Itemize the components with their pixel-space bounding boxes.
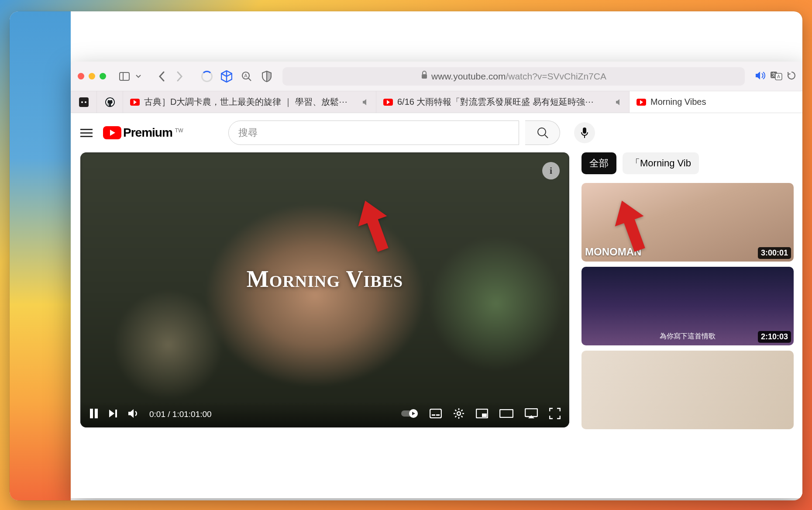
back-button[interactable] <box>154 69 170 84</box>
annotation-arrow-1 <box>354 197 394 254</box>
translate-icon[interactable]: 文A <box>770 70 782 83</box>
youtube-favicon-icon <box>383 99 393 106</box>
chip-all[interactable]: 全部 <box>581 152 616 174</box>
svg-rect-20 <box>115 410 117 417</box>
address-bar[interactable]: www.youtube.com/watch?v=SVvChiZn7CA <box>282 67 745 86</box>
search-placeholder: 搜尋 <box>238 126 258 139</box>
tab-3-active[interactable]: Morning Vibes <box>630 91 802 113</box>
search-icon <box>537 127 549 139</box>
annotation-arrow-2 <box>611 197 650 254</box>
pinned-tab-2[interactable] <box>97 91 123 113</box>
video-player[interactable]: Morning Vibes i 0:01 / 1:01:01:00 <box>80 152 569 427</box>
window-controls <box>78 73 106 79</box>
youtube-premium-logo[interactable]: Premium TW <box>103 126 183 140</box>
forward-button[interactable] <box>172 69 187 84</box>
privacy-shield-icon[interactable] <box>261 70 273 83</box>
fullscreen-button[interactable] <box>549 408 561 421</box>
related-video-2[interactable]: 為你寫下這首情歌 2:10:03 <box>581 267 794 345</box>
mic-icon <box>581 127 588 138</box>
extension-hexagon-icon[interactable] <box>220 70 233 83</box>
svg-rect-25 <box>436 414 440 416</box>
theater-mode-button[interactable] <box>499 409 513 420</box>
masthead: Premium TW 搜尋 <box>71 113 802 152</box>
logo-region: TW <box>175 128 183 134</box>
logo-text: Premium <box>123 126 172 140</box>
titlebar: A www.youtube.com/watch?v=SVvChiZn7CA 文A <box>71 62 802 91</box>
volume-button[interactable] <box>127 408 140 421</box>
chip-bar: 全部 「Morning Vib <box>581 152 794 174</box>
tab-audio-icon[interactable] <box>362 99 369 106</box>
zoom-window-button[interactable] <box>100 73 106 79</box>
chip-related[interactable]: 「Morning Vib <box>623 152 699 174</box>
audio-indicator-icon[interactable] <box>754 71 766 82</box>
loading-spinner <box>201 71 213 82</box>
svg-rect-16 <box>583 128 586 134</box>
youtube-icon <box>103 126 121 139</box>
tab-1[interactable]: 古典］D大調卡農，世上最美的旋律 ｜ 學習、放鬆⋯ <box>123 91 376 113</box>
svg-rect-0 <box>120 72 129 80</box>
svg-line-32 <box>461 416 463 417</box>
svg-text:A: A <box>777 74 781 79</box>
minimize-window-button[interactable] <box>89 73 95 79</box>
related-sidebar: 全部 「Morning Vib MONOMAN 3:00:01 為你寫下這首情歌… <box>581 152 794 429</box>
tab-2[interactable]: 6/16 大雨特報「對流雲系發展旺盛 易有短延時強⋯ <box>376 91 630 113</box>
svg-point-12 <box>85 101 86 103</box>
duration-badge: 3:00:01 <box>758 247 791 259</box>
guide-menu-button[interactable] <box>80 129 93 137</box>
svg-rect-5 <box>422 74 427 79</box>
pinned-tab-1[interactable] <box>71 91 97 113</box>
svg-text:A: A <box>244 73 248 78</box>
tab-group-dropdown[interactable] <box>134 69 143 84</box>
next-button[interactable] <box>108 409 118 420</box>
autoplay-toggle[interactable] <box>401 409 418 420</box>
svg-rect-23 <box>430 409 441 418</box>
svg-rect-10 <box>79 97 89 107</box>
sidebar-toggle-button[interactable] <box>117 69 132 84</box>
svg-point-14 <box>538 128 546 136</box>
svg-line-34 <box>455 416 457 417</box>
wallpaper <box>10 11 71 500</box>
close-window-button[interactable] <box>78 73 84 79</box>
search-input[interactable]: 搜尋 <box>228 121 519 145</box>
info-card-icon[interactable]: i <box>542 162 560 179</box>
video-overlay-title: Morning Vibes <box>247 265 403 293</box>
voice-search-button[interactable] <box>574 122 595 143</box>
pause-button[interactable] <box>89 408 99 421</box>
svg-rect-37 <box>500 410 513 417</box>
screenshot-frame: A www.youtube.com/watch?v=SVvChiZn7CA 文A <box>10 11 802 500</box>
url-text: www.youtube.com/watch?v=SVvChiZn7CA <box>431 71 606 82</box>
youtube-favicon-icon <box>130 99 140 106</box>
svg-point-26 <box>457 412 461 415</box>
safari-window: A www.youtube.com/watch?v=SVvChiZn7CA 文A <box>71 62 802 498</box>
tab-bar: 古典］D大調卡農，世上最美的旋律 ｜ 學習、放鬆⋯ 6/16 大雨特報「對流雲系… <box>71 91 802 113</box>
reload-button[interactable] <box>787 71 796 82</box>
svg-line-31 <box>455 410 457 411</box>
svg-line-3 <box>248 78 251 81</box>
remote-play-button[interactable] <box>525 408 538 421</box>
related-video-3[interactable] <box>581 351 794 429</box>
find-on-page-icon[interactable]: A <box>241 70 253 83</box>
search-button[interactable] <box>525 121 560 145</box>
svg-rect-24 <box>432 414 435 416</box>
lock-icon <box>421 71 428 82</box>
duration-badge: 2:10:03 <box>758 331 791 343</box>
player-controls: 0:01 / 1:01:01:00 <box>80 401 569 427</box>
svg-rect-19 <box>95 409 98 418</box>
tab-title: 6/16 大雨特報「對流雲系發展旺盛 易有短延時強⋯ <box>397 96 594 108</box>
tab-audio-icon[interactable] <box>615 99 622 106</box>
page-content: Premium TW 搜尋 Morning Vibes i <box>71 113 802 498</box>
settings-button[interactable] <box>453 408 464 421</box>
youtube-favicon-icon <box>637 99 646 106</box>
svg-point-11 <box>81 101 83 103</box>
svg-rect-36 <box>482 414 487 417</box>
svg-rect-18 <box>90 409 93 418</box>
tab-title: 古典］D大調卡農，世上最美的旋律 ｜ 學習、放鬆⋯ <box>144 96 348 108</box>
miniplayer-button[interactable] <box>476 409 488 420</box>
time-display: 0:01 / 1:01:01:00 <box>149 410 212 419</box>
svg-line-15 <box>545 135 548 138</box>
tab-title: Morning Vibes <box>650 97 706 107</box>
svg-line-33 <box>461 410 463 411</box>
captions-button[interactable] <box>430 409 442 420</box>
